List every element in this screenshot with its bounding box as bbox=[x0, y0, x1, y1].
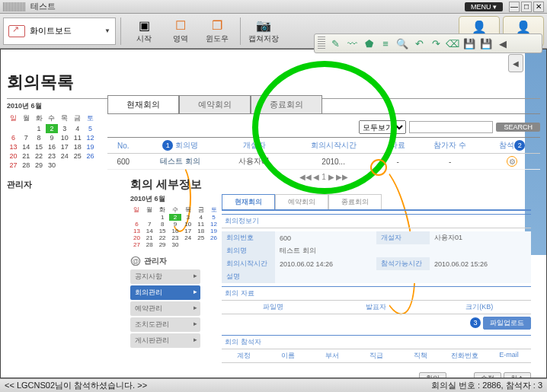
filter-input[interactable] bbox=[409, 121, 493, 133]
whiteboard-icon bbox=[8, 25, 25, 37]
filter-select[interactable]: 모두보기 bbox=[359, 120, 406, 134]
step-badge-3: 3 bbox=[470, 317, 481, 328]
minimize-button[interactable]: — bbox=[509, 2, 520, 12]
col-creator: 개설자 bbox=[222, 138, 288, 154]
region-icon: ☐ bbox=[172, 18, 189, 33]
redo-tool[interactable]: ↷ bbox=[429, 37, 443, 50]
tab-current[interactable]: 현재회의 bbox=[107, 95, 179, 113]
sidemenu-meeting-mgmt[interactable]: 회의관리 bbox=[130, 285, 200, 300]
window-button[interactable]: ❐윈도우 bbox=[199, 15, 235, 47]
sidemenu-reserve-mgmt[interactable]: 예약관리 bbox=[130, 301, 200, 316]
tab-ended[interactable]: 종료회의 bbox=[251, 95, 322, 113]
drag-grip-icon[interactable] bbox=[318, 37, 325, 50]
col-start: 회의시작시간 bbox=[287, 138, 379, 154]
titlebar: 테스트 MENU ▾ — □ ✕ bbox=[0, 0, 547, 14]
upload-button[interactable]: 파일업로드 bbox=[483, 317, 531, 330]
star-person-icon: 👤 bbox=[516, 20, 531, 34]
window-title: 테스트 bbox=[30, 1, 56, 12]
status-message: << LGCNS02님이 참석하셨습니다. >> bbox=[5, 380, 147, 391]
calendar-month: 2010년 6월 bbox=[7, 101, 97, 111]
admin-label: 관리자 bbox=[7, 179, 98, 190]
disk-tool[interactable]: 💾 bbox=[462, 37, 476, 50]
zoom-tool[interactable]: 🔍 bbox=[395, 37, 409, 50]
admin-at-icon: @ bbox=[130, 256, 141, 266]
col-name: 1 회의명 bbox=[139, 138, 222, 154]
undo-tool[interactable]: ↶ bbox=[412, 37, 426, 50]
files-section-header: 회의 자료 bbox=[222, 286, 531, 301]
save-tool[interactable]: 💾 bbox=[479, 37, 493, 50]
info-section-header: 회의정보기 bbox=[222, 214, 531, 228]
participant-columns: 계정이름부서직급직책전화번호E-mail bbox=[222, 349, 531, 363]
maximize-button[interactable]: □ bbox=[521, 2, 532, 12]
close-button[interactable]: ✕ bbox=[533, 2, 544, 12]
room-info: 회의실 번호 : 2886, 참석자 : 3 bbox=[431, 380, 542, 391]
gear-icon[interactable]: ⚙ bbox=[507, 156, 517, 167]
file-columns: 파일명발표자크기(KB) bbox=[222, 301, 531, 314]
detail-tab-ended[interactable]: 종료회의 bbox=[328, 194, 382, 209]
meeting-table: No. 1 회의명 개설자 회의시작시간 자료 참가자 수 참석2 600 테스… bbox=[107, 138, 540, 170]
sidemenu-invite-mgmt[interactable]: 조치도관리 bbox=[130, 317, 200, 332]
save-button[interactable]: 수정 bbox=[474, 372, 501, 378]
detail-info-table: 회의번호600개설자사용자01 회의명테스트 회의 회의시작시간2010.06.… bbox=[222, 231, 531, 283]
line-tool[interactable]: ≡ bbox=[379, 37, 392, 50]
col-data: 자료 bbox=[379, 138, 416, 154]
svg-text:@: @ bbox=[133, 257, 139, 265]
start-button[interactable]: ▣시작 bbox=[126, 15, 162, 47]
col-attend: 참석2 bbox=[485, 138, 540, 154]
board-mode-select[interactable]: 화이트보드 ▼ bbox=[3, 18, 116, 45]
region-button[interactable]: ☐영역 bbox=[162, 15, 199, 47]
menu-dropdown[interactable]: MENU ▾ bbox=[465, 2, 503, 11]
pen-tool[interactable]: ✎ bbox=[328, 37, 342, 50]
status-bar: << LGCNS02님이 참석하셨습니다. >> 회의실 번호 : 2886, … bbox=[0, 378, 547, 392]
cancel-button[interactable]: 취소 bbox=[504, 372, 531, 378]
detail-tab-reserved[interactable]: 예약회의 bbox=[275, 194, 328, 209]
window-icon: ❐ bbox=[209, 18, 226, 33]
admin-sidemenu: 공지사항 회의관리 예약관리 조치도관리 게시판관리 bbox=[130, 269, 200, 348]
start-icon: ▣ bbox=[136, 18, 152, 33]
main-calendar[interactable]: 2010년 6월 일월화수목금토 12345 6789101112 131415… bbox=[7, 101, 97, 170]
ok-button[interactable]: 확인 bbox=[419, 372, 446, 378]
shape-tool[interactable]: ⬟ bbox=[362, 37, 376, 50]
detail-title: 회의 세부정보 bbox=[130, 177, 531, 192]
meeting-tabs: 현재회의 예약회의 종료회의 bbox=[107, 95, 540, 114]
tab-reserved[interactable]: 예약회의 bbox=[179, 95, 251, 113]
eraser-tool[interactable]: ⌫ bbox=[446, 37, 459, 50]
whiteboard-content: ◀ 회의목록 2010년 6월 일월화수목금토 12345 6789101112… bbox=[0, 49, 547, 378]
search-button[interactable]: SEARCH bbox=[496, 123, 540, 132]
app-logo bbox=[3, 2, 26, 11]
annotation-toolbar[interactable]: ✎ 〰 ⬟ ≡ 🔍 ↶ ↷ ⌫ 💾 💾 ◀ bbox=[314, 33, 542, 53]
step-badge-2: 2 bbox=[514, 140, 525, 151]
table-row[interactable]: 600 테스트 회의 사용자01 2010... - - ⚙ bbox=[107, 154, 540, 170]
sidemenu-notice[interactable]: 공지사항 bbox=[130, 269, 200, 284]
detail-tab-current[interactable]: 현재회의 bbox=[222, 194, 275, 209]
capture-save-button[interactable]: 📷캡쳐저장 bbox=[245, 15, 282, 47]
page-title: 회의목록 bbox=[7, 71, 540, 94]
dropdown-icon: ▼ bbox=[104, 27, 110, 34]
camera-icon: 📷 bbox=[255, 18, 272, 33]
board-mode-label: 화이트보드 bbox=[30, 25, 72, 37]
detail-calendar[interactable]: 2010년 6월 일월화수목금토 12345 6789101112 131415… bbox=[130, 194, 220, 248]
col-participants: 참가자 수 bbox=[416, 138, 485, 154]
presenter-icon: 👤 bbox=[472, 20, 487, 34]
participants-section-header: 회의 참석자 bbox=[222, 335, 531, 349]
col-no: No. bbox=[107, 138, 139, 154]
collapse-icon[interactable]: ◀ bbox=[496, 37, 510, 50]
sidemenu-board-mgmt[interactable]: 게시판관리 bbox=[130, 333, 200, 348]
step-badge-1: 1 bbox=[162, 140, 173, 151]
highlighter-tool[interactable]: 〰 bbox=[345, 37, 359, 50]
